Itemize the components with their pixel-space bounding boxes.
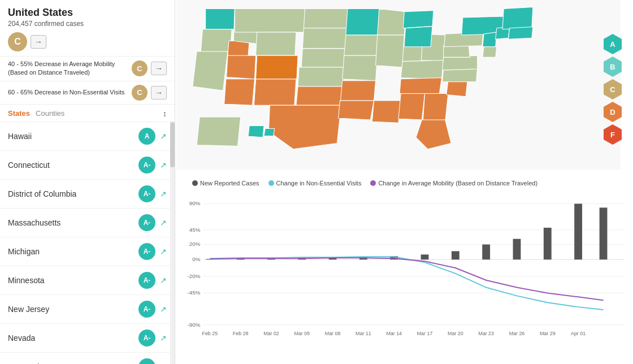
state-item[interactable]: ConnecticutA-↗: [0, 151, 175, 180]
legend-cases: New Reported Cases: [192, 180, 259, 187]
legend-mobility-label: Change in Average Mobility (Based on Dis…: [378, 180, 537, 187]
hex-grade-F: F: [604, 124, 622, 145]
svg-marker-9: [227, 55, 256, 79]
svg-text:Mar 14: Mar 14: [386, 331, 402, 336]
hex-grade-legend: A B C D F: [604, 34, 622, 145]
svg-marker-44: [502, 7, 533, 29]
state-grade-badge: A-: [138, 358, 155, 364]
svg-marker-28: [404, 27, 432, 47]
svg-text:Mar 23: Mar 23: [478, 331, 494, 336]
metric-grade-2: C: [132, 85, 148, 101]
chart-svg: 90% 45% 20% 0% -20% -45% -90%: [181, 189, 627, 347]
svg-marker-16: [296, 86, 343, 105]
state-item[interactable]: District of ColumbiaA-↗: [0, 180, 175, 209]
svg-marker-1: [206, 9, 235, 29]
svg-text:0%: 0%: [192, 256, 200, 262]
hex-grade-B: B: [604, 57, 622, 77]
tab-counties[interactable]: Counties: [36, 109, 64, 118]
svg-marker-37: [443, 55, 478, 70]
main-arrow-button[interactable]: →: [31, 35, 46, 49]
legend-mobility-dot: [370, 180, 376, 186]
svg-marker-48: [264, 129, 275, 136]
svg-marker-47: [248, 125, 264, 137]
svg-marker-45: [508, 27, 532, 40]
main-grade-badge: C: [8, 32, 27, 51]
svg-text:Mar 11: Mar 11: [355, 331, 371, 336]
state-item[interactable]: MassachusettsA-↗: [0, 209, 175, 237]
legend-non-essential: Change in Non-Essential Visits: [268, 180, 362, 187]
state-grade-badge: A-: [138, 214, 155, 231]
metric-arrow-2[interactable]: →: [151, 86, 167, 99]
svg-text:Mar 26: Mar 26: [509, 331, 525, 336]
state-arrow-icon: ↗: [160, 276, 167, 285]
us-map-svg[interactable]: [175, 0, 622, 170]
svg-rect-72: [452, 251, 459, 259]
hex-grade-A: A: [604, 34, 622, 54]
state-item[interactable]: New YorkA-↗: [0, 353, 175, 364]
svg-marker-30: [400, 78, 441, 94]
legend-mobility: Change in Average Mobility (Based on Dis…: [370, 180, 537, 187]
svg-text:-90%: -90%: [188, 322, 201, 328]
svg-text:45%: 45%: [189, 227, 201, 233]
svg-text:Feb 25: Feb 25: [202, 331, 218, 336]
svg-text:Mar 08: Mar 08: [325, 331, 341, 336]
legend-row: New Reported Cases Change in Non-Essenti…: [181, 177, 627, 189]
state-arrow-icon: ↗: [160, 132, 167, 141]
svg-marker-21: [341, 81, 376, 101]
state-arrow-icon: ↗: [160, 218, 167, 227]
metric-row-2: 60 - 65% Decrease in Non-Essential Visit…: [0, 81, 175, 105]
metric-arrow-1[interactable]: →: [151, 62, 167, 75]
svg-text:Mar 20: Mar 20: [448, 331, 463, 336]
svg-rect-71: [421, 254, 429, 259]
state-item[interactable]: HawaiiA↗: [0, 122, 175, 151]
svg-marker-35: [446, 81, 467, 97]
svg-text:Mar 05: Mar 05: [294, 331, 310, 336]
state-item[interactable]: NevadaA-↗: [0, 324, 175, 353]
svg-marker-23: [378, 9, 406, 36]
state-arrow-icon: ↗: [160, 161, 167, 170]
svg-marker-42: [483, 47, 497, 58]
confirmed-cases: 204,457 confirmed cases: [8, 20, 167, 28]
svg-text:-20%: -20%: [188, 273, 201, 279]
state-grade-badge: A-: [138, 272, 155, 289]
svg-marker-12: [304, 9, 349, 28]
state-grade-badge: A: [138, 128, 155, 145]
svg-marker-25: [376, 35, 405, 67]
svg-text:Mar 29: Mar 29: [540, 331, 556, 336]
main-title: United States: [8, 7, 167, 19]
svg-text:Mar 02: Mar 02: [263, 331, 279, 336]
state-item[interactable]: New JerseyA-↗: [0, 295, 175, 324]
svg-marker-49: [256, 55, 298, 79]
svg-marker-29: [401, 60, 444, 79]
left-panel: United States 204,457 confirmed cases C …: [0, 0, 175, 364]
svg-text:-45%: -45%: [188, 289, 201, 296]
state-arrow-icon: ↗: [160, 305, 167, 314]
state-name: Connecticut: [8, 161, 138, 170]
svg-marker-32: [398, 94, 425, 120]
state-item[interactable]: MinnesotaA-↗: [0, 266, 175, 295]
state-item[interactable]: MichiganA-↗: [0, 237, 175, 266]
state-name: Massachusetts: [8, 218, 138, 227]
states-list[interactable]: HawaiiA↗ConnecticutA-↗District of Columb…: [0, 122, 175, 364]
legend-cases-label: New Reported Cases: [200, 180, 259, 187]
svg-marker-18: [346, 9, 381, 36]
state-grade-badge: A-: [138, 243, 155, 260]
scrollbar-thumb[interactable]: [170, 122, 175, 167]
metric-row-1: 40 - 55% Decrease in Average Mobility (B…: [0, 57, 175, 81]
tab-states[interactable]: States: [8, 109, 30, 118]
scrollbar-track: [170, 122, 175, 364]
svg-rect-77: [600, 207, 608, 259]
svg-rect-76: [574, 203, 582, 259]
state-grade-badge: A-: [138, 301, 155, 318]
svg-rect-75: [544, 228, 552, 259]
state-arrow-icon: ↗: [160, 189, 167, 198]
svg-marker-10: [224, 79, 255, 106]
svg-text:20%: 20%: [189, 241, 201, 247]
sort-icon[interactable]: ↕: [163, 109, 167, 118]
map-container: A B C D F: [175, 0, 633, 175]
state-name: District of Columbia: [8, 189, 138, 198]
legend-non-essential-label: Change in Non-Essential Visits: [276, 180, 362, 187]
state-name: Michigan: [8, 247, 138, 256]
state-arrow-icon: ↗: [160, 247, 167, 256]
legend-cases-dot: [192, 180, 198, 186]
